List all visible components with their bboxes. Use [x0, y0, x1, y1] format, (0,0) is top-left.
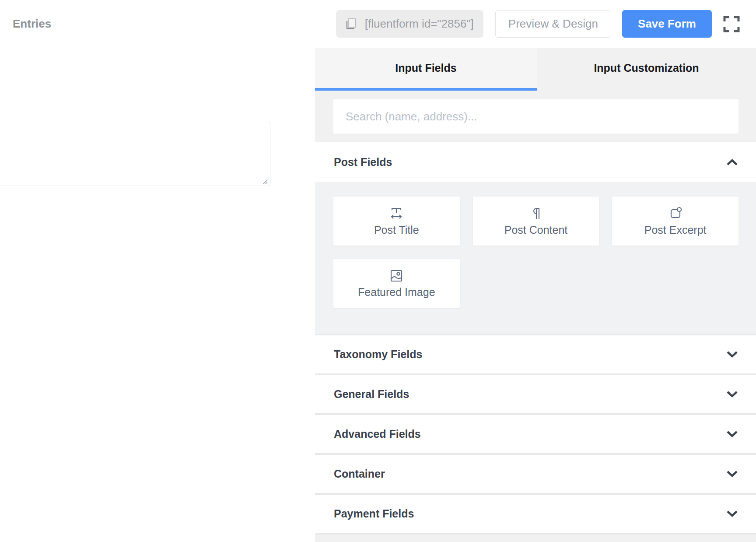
- image-icon: [388, 268, 404, 284]
- field-post-content[interactable]: Post Content: [473, 197, 599, 246]
- chevron-down-icon: [726, 391, 738, 398]
- tab-input-fields[interactable]: Input Fields: [315, 48, 537, 91]
- collapsed-sections: Taxonomy Fields General Fields Advanced …: [315, 335, 756, 535]
- fields-sidebar: Input Fields Input Customization Post Fi…: [315, 48, 756, 542]
- section-title: General Fields: [334, 388, 409, 401]
- tab-input-fields-label: Input Fields: [395, 62, 456, 74]
- fullscreen-icon: [722, 15, 741, 33]
- chevron-down-icon: [726, 470, 738, 478]
- tab-input-customization[interactable]: Input Customization: [537, 48, 756, 91]
- fullscreen-button[interactable]: [722, 15, 741, 33]
- post-fields-grid: Post Title Post Content: [315, 182, 756, 334]
- shortcode-text: [fluentform id="2856"]: [365, 17, 474, 31]
- section-payment-fields[interactable]: Payment Fields: [315, 495, 756, 535]
- section-general-fields[interactable]: General Fields: [315, 375, 756, 415]
- copy-icon: [344, 17, 359, 32]
- section-title: Post Fields: [334, 156, 392, 169]
- section-title: Payment Fields: [334, 507, 414, 520]
- preview-design-button[interactable]: Preview & Design: [495, 10, 611, 38]
- sidebar-tabs: Input Fields Input Customization: [315, 48, 756, 91]
- page-title: Entries: [13, 17, 51, 31]
- field-label: Post Excerpt: [644, 224, 707, 236]
- chevron-down-icon: [726, 430, 738, 438]
- form-builder-screen: Entries [fluentform id="2856"] Preview &…: [0, 0, 756, 542]
- tab-input-customization-label: Input Customization: [594, 62, 699, 74]
- field-label: Post Content: [504, 224, 568, 236]
- field-search-input[interactable]: [333, 99, 738, 134]
- shortcode-copy-pill[interactable]: [fluentform id="2856"]: [336, 10, 483, 38]
- topbar: Entries [fluentform id="2856"] Preview &…: [0, 0, 756, 48]
- field-label: Featured Image: [358, 286, 435, 299]
- chevron-down-icon: [726, 351, 738, 358]
- save-form-button[interactable]: Save Form: [622, 10, 712, 38]
- section-post-fields[interactable]: Post Fields: [315, 142, 756, 182]
- chevron-down-icon: [726, 510, 738, 517]
- section-container[interactable]: Container: [315, 455, 756, 495]
- section-title: Container: [334, 468, 385, 480]
- field-post-title[interactable]: Post Title: [333, 197, 460, 246]
- section-title: Taxonomy Fields: [334, 348, 422, 361]
- chevron-up-icon: [726, 158, 738, 166]
- document-circle-icon: [668, 206, 683, 222]
- section-title: Advanced Fields: [334, 428, 421, 440]
- search-band: [315, 91, 756, 142]
- form-editor-canvas: [0, 49, 315, 542]
- section-taxonomy-fields[interactable]: Taxonomy Fields: [315, 335, 756, 375]
- pilcrow-icon: [528, 206, 544, 222]
- field-featured-image[interactable]: Featured Image: [333, 259, 460, 308]
- section-advanced-fields[interactable]: Advanced Fields: [315, 415, 756, 455]
- field-label: Post Title: [374, 224, 419, 236]
- form-textarea-field[interactable]: [0, 122, 270, 186]
- text-width-icon: [388, 206, 404, 222]
- field-post-excerpt[interactable]: Post Excerpt: [612, 197, 738, 246]
